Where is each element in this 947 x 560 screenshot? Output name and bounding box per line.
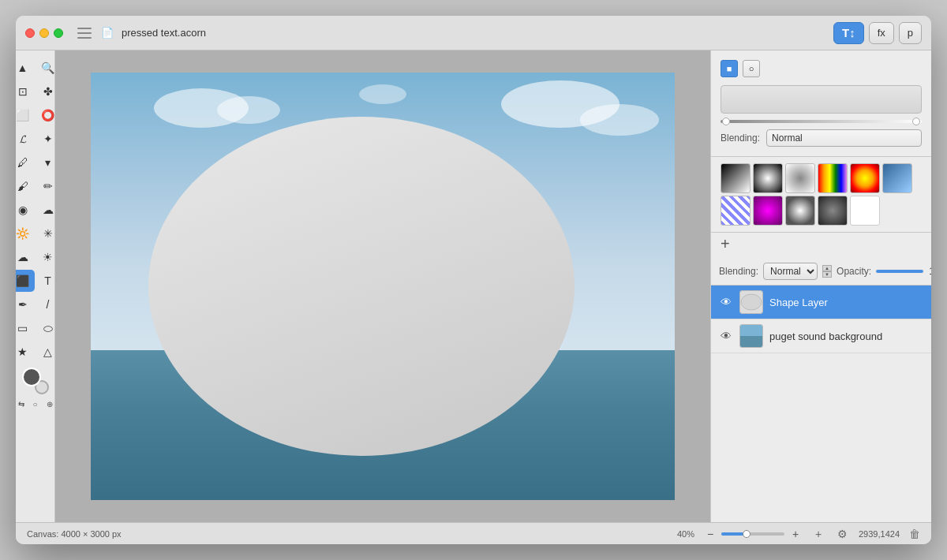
- swatch-purple-radial[interactable]: [753, 196, 783, 226]
- swatch-gray-radial[interactable]: [785, 196, 815, 226]
- stepper-down[interactable]: ▼: [822, 271, 832, 278]
- toolbar-buttons: T↕ fx p: [833, 22, 922, 44]
- opacity-handle-left[interactable]: [722, 118, 730, 125]
- trash-button[interactable]: 🗑: [909, 528, 920, 540]
- swatch-blue-dots[interactable]: [882, 163, 912, 193]
- swap-colors-btn[interactable]: ⇆: [16, 398, 28, 410]
- settings-button[interactable]: ⚙: [835, 527, 849, 541]
- extra-tools: ⇆ ○ ⊕: [16, 398, 55, 410]
- shape-tool[interactable]: ⬛: [16, 270, 35, 292]
- layer-visibility-2[interactable]: 👁: [719, 329, 733, 343]
- layer-thumb-shape: [740, 291, 762, 313]
- zoom-slider[interactable]: [721, 532, 784, 536]
- app-window: 📄 pressed text.acorn T↕ fx p ▲ 🔍 ⊡ ✤: [16, 16, 931, 544]
- color-indicator[interactable]: [22, 368, 49, 394]
- swatch-radial-bw[interactable]: [753, 163, 783, 193]
- swatch-striped[interactable]: [721, 196, 750, 226]
- crop-tool[interactable]: ⊡: [16, 80, 35, 103]
- transform-tool[interactable]: ✤: [36, 80, 56, 103]
- titlebar: 📄 pressed text.acorn T↕ fx p: [16, 16, 931, 50]
- swatch-dark-radial[interactable]: [818, 196, 848, 226]
- add-style-button[interactable]: +: [721, 236, 922, 252]
- blur-tool[interactable]: ◉: [16, 199, 35, 221]
- styles-grid: [711, 157, 931, 233]
- add-layer-button[interactable]: +: [811, 527, 825, 541]
- right-panel: ■ ○ Blending: Normal: [710, 50, 931, 522]
- stamp-tool[interactable]: 🔆: [16, 222, 35, 245]
- layer-blending-stepper: ▲ ▼: [822, 265, 832, 278]
- p-button[interactable]: p: [899, 22, 922, 44]
- swatch-empty[interactable]: [850, 196, 880, 226]
- p-label: p: [908, 27, 913, 39]
- cloud-tool[interactable]: ☁: [16, 246, 35, 268]
- svg-point-0: [741, 294, 762, 310]
- zoom-tool[interactable]: 🔍: [36, 57, 56, 79]
- star-tool[interactable]: ★: [16, 341, 35, 363]
- gradient-fill-btn[interactable]: ○: [743, 60, 760, 77]
- minimize-button[interactable]: [39, 28, 49, 38]
- maximize-button[interactable]: [54, 28, 63, 38]
- swatch-heat[interactable]: [850, 163, 880, 193]
- swatch-bw[interactable]: [721, 163, 750, 193]
- foreground-color[interactable]: [22, 368, 41, 386]
- traffic-lights: [25, 28, 63, 38]
- color-swatch-bar[interactable]: [721, 85, 922, 114]
- smudge-tool[interactable]: ☁: [36, 199, 56, 221]
- text-tool[interactable]: T: [36, 270, 56, 292]
- stepper-up[interactable]: ▲: [822, 265, 832, 271]
- eraser-tool[interactable]: ✏: [36, 175, 56, 197]
- layers-list: 👁 Shape Layer 👁: [711, 286, 931, 522]
- sidebar-toggle-button[interactable]: [77, 28, 92, 39]
- heal-tool[interactable]: ✳: [36, 222, 56, 245]
- shape-ellipse: [148, 117, 575, 456]
- swatch-rainbow[interactable]: [818, 163, 848, 193]
- fx-button[interactable]: fx: [869, 22, 894, 44]
- line-tool[interactable]: /: [36, 293, 56, 315]
- zoom-slider-handle[interactable]: [743, 530, 750, 538]
- cloud-5: [359, 84, 406, 104]
- canvas-image: [91, 73, 675, 500]
- layer-visibility-1[interactable]: 👁: [719, 295, 733, 309]
- layer-opacity-value: 100%: [928, 266, 931, 277]
- opacity-slider[interactable]: [721, 120, 922, 123]
- left-toolbar: ▲ 🔍 ⊡ ✤ ⬜ ⭕ 𝓛 ✦ 🖊 ▾ 🖌 ✏: [16, 50, 55, 522]
- layer-blending-row: Blending: Normal ▲ ▼ Opacity: 100%: [719, 263, 931, 280]
- magic-wand-tool[interactable]: ✦: [36, 128, 56, 150]
- eyedropper-tool[interactable]: 🖊: [16, 151, 35, 174]
- layer-blending-select[interactable]: Normal: [763, 263, 818, 280]
- magnifier-btn[interactable]: ⊕: [43, 398, 56, 410]
- status-bar: Canvas: 4000 × 3000 px 40% − + + ⚙ 2939,…: [16, 522, 931, 544]
- layer-opacity-slider[interactable]: [876, 270, 923, 273]
- brush-tool[interactable]: 🖌: [16, 175, 35, 197]
- cloud-2: [217, 96, 280, 124]
- oval-tool[interactable]: ⬭: [36, 317, 56, 339]
- ellipse-select-tool[interactable]: ⭕: [36, 104, 56, 126]
- sun-tool[interactable]: ☀: [36, 246, 56, 268]
- layers-header: Blending: Normal ▲ ▼ Opacity: 100%: [711, 258, 931, 286]
- layer-name-2: puget sound background: [769, 330, 923, 342]
- zoom-out-button[interactable]: −: [704, 528, 717, 540]
- paint-bucket-tool[interactable]: ▾: [36, 151, 56, 174]
- solid-fill-btn[interactable]: ■: [721, 60, 738, 77]
- close-button[interactable]: [25, 28, 35, 38]
- lasso-tool[interactable]: 𝓛: [16, 128, 35, 150]
- layer-blending-label: Blending:: [719, 266, 758, 277]
- layer-item[interactable]: 👁 Shape Layer: [711, 286, 931, 319]
- zoom-in-button[interactable]: +: [789, 528, 802, 540]
- blending-select[interactable]: Normal: [766, 129, 922, 147]
- arrow-shape-tool[interactable]: △: [36, 341, 56, 363]
- pen-tool[interactable]: ✒: [16, 293, 35, 315]
- opacity-handle-right[interactable]: [912, 118, 920, 125]
- text-tool-button[interactable]: T↕: [833, 22, 864, 44]
- document-icon: 📄: [101, 27, 114, 39]
- layer-thumb-bg: [740, 325, 762, 347]
- arrow-tool[interactable]: ▲: [16, 57, 35, 79]
- rect-tool[interactable]: ▭: [16, 317, 35, 339]
- circle-indicator: ○: [29, 398, 42, 410]
- fill-type-row: ■ ○: [721, 60, 922, 77]
- canvas-area[interactable]: [55, 50, 710, 522]
- rect-select-tool[interactable]: ⬜: [16, 104, 35, 126]
- swatch-radial-wb[interactable]: [785, 163, 815, 193]
- layer-thumb-1: [739, 290, 763, 314]
- layer-item[interactable]: 👁 puget sound background: [711, 319, 931, 353]
